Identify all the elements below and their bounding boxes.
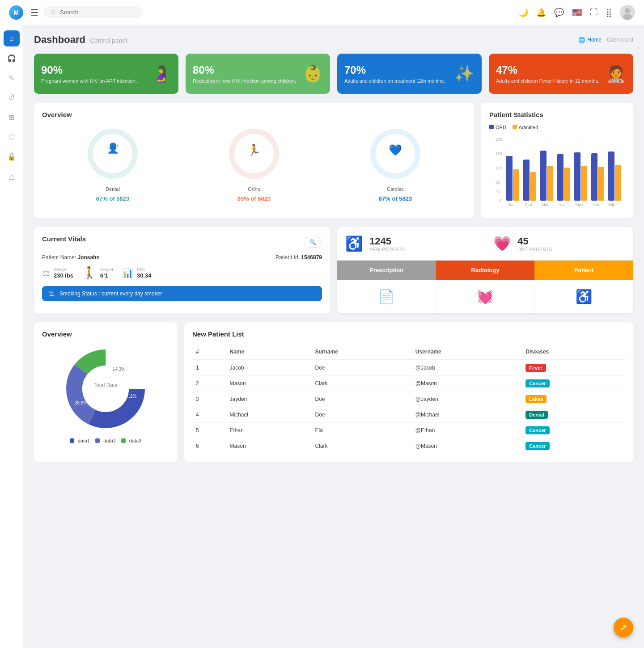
pie-legend-data1: data1 [70, 438, 90, 443]
stat-card-2-desc: Adults and children on treatment 12th mo… [344, 78, 445, 84]
prescription-button[interactable]: Prescription [337, 261, 436, 280]
donut-cardiac-label: Cardiac [387, 186, 404, 192]
donut-ortho-pct: 85% of 5823 [237, 195, 271, 202]
svg-rect-28 [513, 169, 519, 201]
sidebar-item-home[interactable]: ⌂ [4, 30, 20, 46]
pie-legend-data3-label: data3 [129, 438, 142, 443]
col-name: Name [226, 344, 312, 360]
breadcrumb-home-link[interactable]: Home [587, 37, 602, 43]
avatar[interactable] [620, 5, 635, 20]
legend-admitted: Admitted [513, 125, 538, 130]
svg-text:Jan: Jan [508, 202, 515, 207]
pie-chart-svg: Total Data 14.3% 57.1% 28.6% [61, 344, 150, 433]
patient-list-title: New Patient List [192, 330, 625, 338]
sidebar-item-edit[interactable]: ✎ [4, 70, 20, 86]
stat-card-1: 80% Reduction in new HIV infection among… [186, 54, 330, 94]
patient-button[interactable]: Patient [534, 261, 633, 280]
sidebar: ⌂ 🎧 ✎ ⏱ ⊞ ⬡ 🔒 △ [0, 25, 23, 648]
disease-badge: Fever [525, 364, 546, 372]
sidebar-item-grid[interactable]: ⊞ [4, 109, 20, 125]
donut-dental-label: Dental [106, 186, 120, 192]
svg-text:May: May [576, 202, 584, 207]
fab-button[interactable]: ↗ [614, 618, 633, 637]
sidebar-item-lock[interactable]: 🔒 [4, 148, 20, 164]
svg-rect-29 [523, 160, 530, 201]
svg-text:🏃: 🏃 [247, 143, 261, 156]
wheelchair-icon-item[interactable]: ♿ [534, 280, 633, 313]
prescription-icon-item[interactable]: 📄 [337, 280, 436, 313]
cell-disease: Cancer [522, 438, 625, 454]
vitals-header: Current Vitals 🔍 [42, 235, 322, 249]
svg-text:Mar: Mar [542, 202, 549, 207]
svg-text:Feb: Feb [525, 202, 532, 207]
bot-row: Current Vitals 🔍 Patient Name: Jonsahn P… [34, 227, 633, 313]
stat-card-1-pct: 80% [193, 64, 296, 76]
bmi-label: BMI [137, 267, 152, 272]
weight-icon: ⚖ [42, 268, 50, 278]
patient-stats-title: Patient Statistics [489, 111, 625, 118]
cell-username: @Mason [412, 438, 522, 454]
svg-rect-34 [564, 168, 570, 201]
svg-text:Jun: Jun [593, 202, 599, 207]
svg-text:80: 80 [496, 180, 500, 185]
stat-cards: 90% Pregnant women with HIV on ART infec… [34, 54, 633, 94]
sidebar-item-database[interactable]: ⬡ [4, 129, 20, 145]
grid-button[interactable]: ⣿ [606, 8, 612, 17]
cell-surname: Doe [312, 360, 412, 376]
fullscreen-button[interactable]: ⛶ [590, 8, 598, 17]
table-header: # Name Surname Username Diseases [192, 344, 625, 360]
cell-num: 3 [192, 391, 226, 407]
cell-disease: Lakva [522, 391, 625, 407]
donut-ortho-label: Ortho [248, 186, 260, 192]
svg-text:Apr: Apr [559, 202, 565, 207]
main-content: Dashboard Control panel 🌐 Home - Dashboa… [23, 25, 644, 648]
new-patients-icon: ♿ [345, 235, 363, 252]
language-button[interactable]: 🇺🇸 [572, 8, 582, 17]
svg-line-1 [54, 13, 55, 14]
col-username: Username [412, 344, 522, 360]
legend-opd: OPD [489, 125, 506, 130]
svg-text:28.6%: 28.6% [75, 400, 87, 405]
table-wrap: # Name Surname Username Diseases 1 Jacob… [192, 344, 625, 454]
sidebar-item-headset[interactable]: 🎧 [4, 50, 20, 66]
logo-circle: M [9, 5, 23, 20]
svg-rect-39 [608, 151, 614, 201]
stat-card-1-icon: 👶 [303, 64, 323, 83]
wheelchair-icon: ♿ [576, 289, 592, 304]
svg-text:0: 0 [499, 198, 501, 202]
table-row: 1 Jacob Doe @Jacob Fever [192, 360, 625, 376]
search-input[interactable] [60, 9, 127, 16]
donut-ortho: 🏃 Ortho 85% of 5823 [225, 125, 283, 202]
cell-num: 6 [192, 438, 226, 454]
page-subtitle: Control panel [90, 37, 127, 44]
dark-mode-button[interactable]: 🌙 [518, 8, 528, 17]
bar-chart-area: 200 160 120 80 40 0 [489, 134, 625, 210]
table-row: 4 Michael Doe @Michael Dental [192, 407, 625, 423]
sidebar-item-bell[interactable]: △ [4, 168, 20, 184]
cell-disease: Cancer [522, 376, 625, 391]
svg-rect-40 [615, 165, 621, 201]
svg-text:Total Data: Total Data [93, 382, 118, 388]
page-title: Dashboard [34, 34, 85, 46]
pie-wrap: Total Data 14.3% 57.1% 28.6% data1 [42, 344, 169, 443]
disease-badge: Lakva [525, 395, 547, 403]
messages-button[interactable]: 💬 [554, 8, 564, 17]
radiology-button[interactable]: Radiology [436, 261, 535, 280]
notifications-button[interactable]: 🔔 [536, 8, 546, 17]
cardiology-icon-item[interactable]: 💓 [436, 280, 535, 313]
vitals-search-btn[interactable]: 🔍 [304, 237, 322, 248]
cell-disease: Fever [522, 360, 625, 376]
svg-rect-30 [530, 172, 536, 201]
donut-row: 👤 + - Dental 67% of 5823 🏃 [42, 125, 466, 202]
svg-text:+: + [115, 142, 119, 149]
mid-row: Overview 👤 + - Dental 67% of 5823 [34, 103, 633, 218]
heartbeat-icon: 💓 [477, 289, 493, 304]
search-icon [50, 9, 56, 16]
cell-username: @Mason [412, 376, 522, 391]
svg-rect-36 [581, 166, 587, 201]
hamburger-button[interactable]: ☰ [30, 7, 38, 18]
col-diseases: Diseases [522, 344, 625, 360]
sidebar-item-clock[interactable]: ⏱ [4, 89, 20, 105]
svg-text:July: July [608, 202, 615, 207]
cell-name: Jacob [226, 360, 312, 376]
